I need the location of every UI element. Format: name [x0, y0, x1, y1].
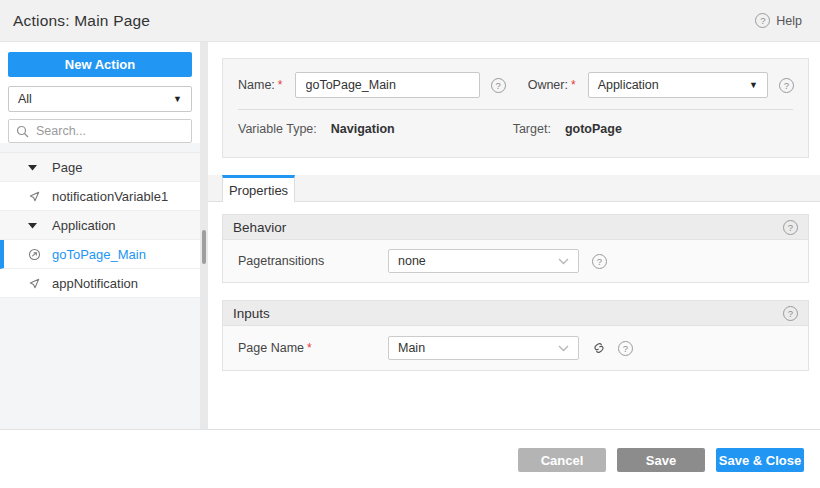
- behavior-section-title: Behavior: [233, 220, 286, 235]
- cancel-button[interactable]: Cancel: [518, 448, 606, 472]
- pagetransitions-dropdown[interactable]: none: [388, 249, 579, 273]
- variable-type-value: Navigation: [331, 122, 395, 136]
- type-target-row: Variable Type: Navigation Target: gotoPa…: [223, 111, 808, 146]
- tab-properties[interactable]: Properties: [222, 175, 295, 202]
- name-input[interactable]: [295, 72, 480, 98]
- owner-help-icon[interactable]: ?: [779, 78, 794, 93]
- required-asterisk: *: [571, 78, 576, 92]
- name-owner-row: Name:* ? Owner:* Application ▼ ?: [223, 59, 808, 98]
- inputs-section: Inputs ? Page Name* Main: [222, 300, 809, 371]
- owner-label: Owner:*: [528, 78, 576, 92]
- help-label: Help: [776, 14, 802, 28]
- action-summary-panel: Name:* ? Owner:* Application ▼ ? Variabl…: [222, 58, 809, 158]
- action-icon: [28, 247, 42, 261]
- caret-down-icon: ▼: [173, 94, 182, 104]
- owner-dropdown[interactable]: Application ▼: [588, 72, 768, 98]
- tree-item-label: goToPage_Main: [52, 247, 146, 262]
- scrollbar-thumb[interactable]: [202, 230, 206, 264]
- help-link[interactable]: ? Help: [755, 13, 802, 28]
- dialog-footer: Cancel Save Save & Close: [0, 430, 820, 488]
- link-icon[interactable]: [592, 340, 606, 356]
- page-name-label: Page Name*: [238, 341, 388, 355]
- pagetransitions-help-icon[interactable]: ?: [592, 254, 607, 269]
- search-box[interactable]: [8, 119, 192, 143]
- behavior-section-header: Behavior ?: [222, 214, 809, 240]
- pagetransitions-dropdown-value: none: [398, 254, 426, 268]
- tree-item-label: notificationVariable1: [52, 189, 168, 204]
- required-asterisk: *: [307, 341, 312, 355]
- sidebar-controls: New Action All ▼: [0, 42, 200, 143]
- sidebar-filler: [0, 298, 200, 430]
- pagetransitions-field-icons: ?: [592, 254, 607, 269]
- tree-group-label: Application: [52, 218, 116, 233]
- tree-item-gotopage-main[interactable]: goToPage_Main: [0, 240, 200, 269]
- tree-group-page[interactable]: Page: [0, 153, 200, 182]
- behavior-section-body: Pagetransitions none ?: [222, 240, 809, 283]
- variable-type-label: Variable Type:: [238, 122, 317, 136]
- tree-group-label: Page: [52, 160, 82, 175]
- actions-dialog: Actions: Main Page ? Help New Action All…: [0, 0, 820, 488]
- inputs-section-header: Inputs ?: [222, 300, 809, 326]
- variable-icon: [28, 276, 42, 290]
- search-icon: [16, 124, 30, 138]
- page-name-dropdown-value: Main: [398, 341, 425, 355]
- page-title: Actions: Main Page: [13, 12, 150, 30]
- name-label: Name:*: [238, 78, 283, 92]
- panel-divider: [238, 109, 793, 110]
- save-and-close-button[interactable]: Save & Close: [716, 448, 804, 472]
- sidebar: New Action All ▼ Page: [0, 42, 200, 430]
- filter-dropdown-value: All: [18, 92, 32, 106]
- name-help-icon[interactable]: ?: [491, 78, 506, 93]
- collapse-caret-icon[interactable]: [28, 218, 42, 232]
- dialog-body: New Action All ▼ Page: [0, 42, 820, 430]
- caret-down-icon: ▼: [749, 80, 758, 90]
- tree-item-label: appNotification: [52, 276, 138, 291]
- search-input[interactable]: [36, 124, 184, 138]
- chevron-down-icon: [558, 258, 569, 265]
- main-panel: Name:* ? Owner:* Application ▼ ? Variabl…: [208, 42, 820, 430]
- inputs-section-title: Inputs: [233, 306, 270, 321]
- target-value: gotoPage: [565, 122, 622, 136]
- new-action-button[interactable]: New Action: [8, 52, 192, 77]
- collapse-caret-icon[interactable]: [28, 160, 42, 174]
- tab-strip: Properties: [208, 175, 820, 202]
- inputs-section-help-icon[interactable]: ?: [783, 306, 798, 321]
- page-name-dropdown[interactable]: Main: [388, 336, 579, 360]
- help-icon: ?: [755, 13, 770, 28]
- owner-dropdown-value: Application: [598, 78, 659, 92]
- behavior-section-help-icon[interactable]: ?: [783, 220, 798, 235]
- behavior-section: Behavior ? Pagetransitions none ?: [222, 214, 809, 283]
- chevron-down-icon: [558, 345, 569, 352]
- page-name-help-icon[interactable]: ?: [618, 341, 633, 356]
- target-label: Target:: [513, 122, 551, 136]
- pagetransitions-label: Pagetransitions: [238, 254, 388, 268]
- actions-tree: Page notificationVariable1 Application: [0, 152, 200, 298]
- save-button[interactable]: Save: [617, 448, 705, 472]
- tree-group-application[interactable]: Application: [0, 211, 200, 240]
- tree-item-appnotification[interactable]: appNotification: [0, 269, 200, 298]
- dialog-header: Actions: Main Page ? Help: [0, 0, 820, 42]
- sidebar-divider: [200, 42, 208, 430]
- filter-dropdown[interactable]: All ▼: [8, 86, 192, 112]
- tree-item-notificationvariable1[interactable]: notificationVariable1: [0, 182, 200, 211]
- variable-icon: [28, 189, 42, 203]
- required-asterisk: *: [278, 78, 283, 92]
- page-name-field-icons: ?: [592, 340, 633, 356]
- inputs-section-body: Page Name* Main ?: [222, 326, 809, 371]
